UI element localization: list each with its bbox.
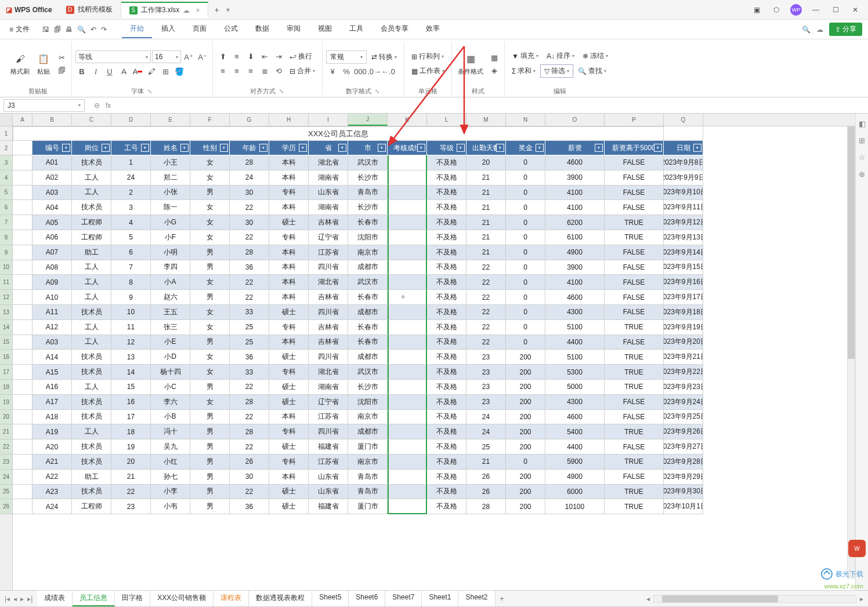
table-cell[interactable]: 李六 (151, 395, 190, 410)
table-cell[interactable]: 22 (230, 230, 269, 245)
table-cell[interactable]: 技术员 (72, 365, 111, 380)
table-cell[interactable]: 不及格 (427, 155, 466, 170)
table-cell[interactable]: 江苏省 (309, 455, 348, 470)
table-cell[interactable]: 不及格 (427, 290, 466, 305)
decrease-font-icon[interactable]: A⁻ (196, 51, 209, 63)
share-button[interactable]: ⇪ 分享 (829, 23, 862, 36)
table-cell[interactable]: 成都市 (348, 260, 388, 275)
row-header-4[interactable]: 4 (0, 170, 12, 186)
table-cell[interactable]: 小C (151, 380, 190, 395)
fill-color-icon[interactable]: 🪣 (173, 66, 186, 77)
table-cell[interactable]: 沈阳市 (348, 395, 388, 410)
menu-tab-数据[interactable]: 数据 (247, 20, 277, 38)
table-cell[interactable]: 21 (466, 170, 506, 186)
table-cell[interactable]: 女 (190, 395, 230, 410)
table-cell[interactable]: 22 (230, 275, 269, 290)
table-cell[interactable]: 厦门市 (348, 439, 388, 455)
table-cell[interactable]: 不及格 (427, 200, 466, 215)
table-cell[interactable]: TRUE (605, 350, 664, 365)
table-header[interactable]: 薪资高于5000▾ (605, 141, 664, 155)
menu-tab-插入[interactable]: 插入 (153, 20, 183, 38)
table-cell[interactable]: 不及格 (427, 170, 466, 186)
font-color-icon[interactable]: A (131, 66, 144, 77)
table-cell[interactable]: A03 (32, 335, 72, 350)
table-cell[interactable]: 6 (111, 245, 151, 260)
filter-dropdown-icon[interactable]: ▾ (102, 144, 110, 152)
table-cell[interactable]: 0 (506, 170, 545, 186)
table-cell[interactable]: 4100 (545, 200, 605, 215)
table-cell[interactable]: 不及格 (427, 424, 466, 439)
table-cell[interactable]: 2023年9月21日 (664, 350, 703, 365)
dec-decimal-icon[interactable]: ←.0 (382, 66, 395, 78)
row-header-11[interactable]: 11 (0, 275, 12, 290)
table-cell[interactable]: 5 (111, 230, 151, 245)
prev-sheet-icon[interactable]: ◂ (13, 595, 17, 603)
table-cell[interactable]: 36 (230, 499, 269, 514)
table-cell[interactable]: 6100 (545, 230, 605, 245)
table-cell[interactable]: 4 (111, 215, 151, 230)
table-cell[interactable]: TRUE (605, 499, 664, 514)
sum-button[interactable]: Σ求和▾ (508, 65, 539, 77)
expand-icon[interactable]: ⤡ (374, 88, 381, 94)
table-cell[interactable]: 28 (466, 499, 506, 514)
row-header-5[interactable]: 5 (0, 186, 12, 201)
table-header[interactable]: 编号▾ (32, 141, 72, 155)
table-header[interactable]: 省▾ (309, 141, 348, 155)
tab-menu-icon[interactable]: ▾ (226, 6, 230, 14)
table-cell[interactable]: 不及格 (427, 186, 466, 201)
table-cell[interactable]: 女 (190, 200, 230, 215)
menu-tab-工具[interactable]: 工具 (341, 20, 371, 38)
table-cell[interactable]: A20 (32, 439, 72, 455)
filter-dropdown-icon[interactable]: ▾ (338, 144, 346, 152)
table-header[interactable]: 市▾ (348, 141, 388, 155)
table-cell[interactable]: 13 (111, 350, 151, 365)
filter-dropdown-icon[interactable]: ▾ (654, 144, 662, 152)
table-cell[interactable]: 硕士 (269, 439, 309, 455)
table-cell[interactable]: 0 (506, 320, 545, 335)
scroll-right-icon[interactable]: ▸ (860, 595, 863, 603)
table-cell[interactable]: 四川省 (309, 424, 348, 439)
table-cell[interactable]: 吉林省 (309, 320, 348, 335)
format-painter-button[interactable]: 🖌 格式刷 (8, 51, 32, 77)
table-cell[interactable]: 本科 (269, 275, 309, 290)
table-cell[interactable]: TRUE (605, 455, 664, 470)
table-cell[interactable]: 成都市 (348, 350, 388, 365)
table-cell[interactable]: 0 (506, 186, 545, 201)
table-cell[interactable]: 23 (466, 380, 506, 395)
row-header-13[interactable]: 13 (0, 305, 12, 320)
table-cell[interactable] (388, 260, 427, 275)
filter-dropdown-icon[interactable]: ▾ (220, 144, 228, 152)
table-header[interactable]: 性别▾ (190, 141, 230, 155)
worksheet-button[interactable]: ▦工作表▾ (408, 65, 448, 77)
select-all-corner[interactable] (0, 114, 12, 126)
table-cell[interactable]: 不及格 (427, 350, 466, 365)
table-header[interactable]: 日期▾ (664, 141, 703, 155)
table-cell[interactable]: 2023年9月26日 (664, 424, 703, 439)
table-cell[interactable]: 长沙市 (348, 380, 388, 395)
table-cell[interactable]: FALSE (605, 305, 664, 320)
table-cell[interactable]: 辽宁省 (309, 395, 348, 410)
table-cell[interactable]: 25 (230, 320, 269, 335)
table-cell[interactable]: 湖北省 (309, 275, 348, 290)
panel-icon[interactable]: ☆ (859, 153, 866, 162)
table-cell[interactable]: 小A (151, 275, 190, 290)
table-cell[interactable]: 小张 (151, 186, 190, 201)
filter-dropdown-icon[interactable]: ▾ (693, 144, 701, 152)
table-cell[interactable]: FALSE (605, 275, 664, 290)
row-header-15[interactable]: 15 (0, 335, 12, 350)
table-cell[interactable]: 工人 (72, 424, 111, 439)
table-cell[interactable]: 郑二 (151, 170, 190, 186)
table-cell[interactable]: 28 (230, 424, 269, 439)
table-cell[interactable]: 0 (506, 200, 545, 215)
col-header-J[interactable]: J (348, 114, 388, 126)
table-cell[interactable] (388, 245, 427, 260)
wrap-text-button[interactable]: ⮐换行 (286, 50, 316, 63)
find-button[interactable]: 🔍查找▾ (574, 65, 610, 77)
table-cell[interactable]: 小李 (151, 485, 190, 500)
table-cell[interactable] (388, 200, 427, 215)
table-cell[interactable]: 技术员 (72, 410, 111, 425)
table-cell[interactable]: FALSE (605, 335, 664, 350)
table-cell[interactable]: 21 (466, 455, 506, 470)
table-cell[interactable]: 青岛市 (348, 186, 388, 201)
table-cell[interactable]: 工程师 (72, 499, 111, 514)
